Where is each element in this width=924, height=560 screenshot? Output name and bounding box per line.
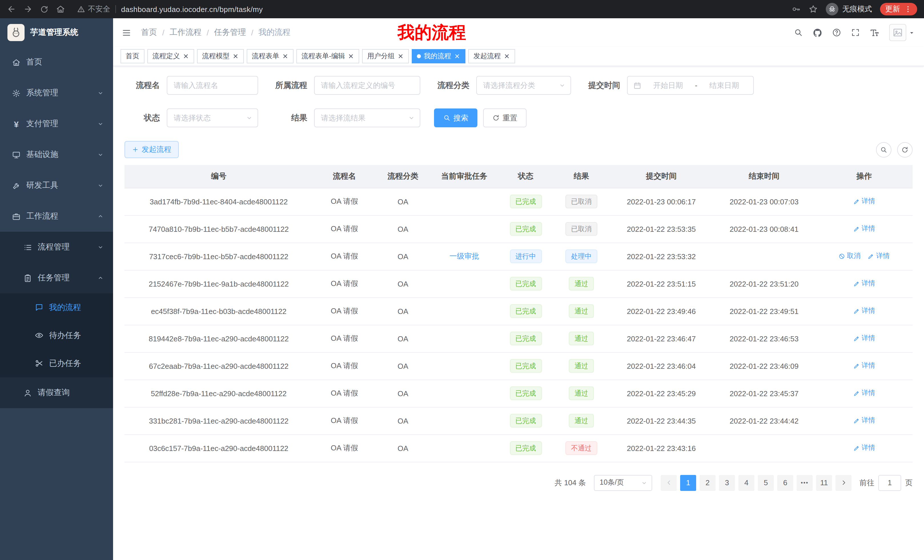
password-key-icon[interactable] <box>792 4 801 14</box>
start-date-placeholder[interactable]: 开始日期 <box>645 80 692 90</box>
close-icon[interactable] <box>183 53 189 59</box>
cell-end-time: 2022-01-22 23:44:42 <box>713 407 816 434</box>
col-header-status: 状态 <box>498 165 553 188</box>
cell-status: 已完成 <box>498 270 553 297</box>
page-size-select[interactable]: 10条/页 <box>594 475 652 491</box>
chevron-down-icon <box>246 114 253 121</box>
detail-link[interactable]: 详情 <box>853 416 875 425</box>
search-icon[interactable] <box>794 28 803 37</box>
filter-label: 所属流程 <box>272 80 307 90</box>
page-button-5[interactable]: 5 <box>758 475 774 491</box>
close-icon[interactable] <box>504 53 510 59</box>
current-task-link[interactable]: 一级审批 <box>449 252 479 260</box>
page-button-6[interactable]: 6 <box>777 475 793 491</box>
process-name-input[interactable] <box>167 76 258 95</box>
page-button-1[interactable]: 1 <box>680 475 696 491</box>
address-bar[interactable]: 不安全 dashboard.yudao.iocoder.cn/bpm/task/… <box>77 4 263 14</box>
sidebar-item-home[interactable]: 首页 <box>0 47 113 78</box>
close-icon[interactable] <box>454 53 460 59</box>
cell-actions: 详情 <box>816 325 913 352</box>
screen: 不安全 dashboard.yudao.iocoder.cn/bpm/task/… <box>0 0 924 560</box>
sidebar-item-process-management[interactable]: 流程管理 <box>0 232 113 263</box>
category-select[interactable]: 请选择流程分类 <box>476 76 571 95</box>
more-pages-button[interactable]: ••• <box>796 475 813 491</box>
browser-menu-icon[interactable] <box>904 5 912 13</box>
detail-link[interactable]: 详情 <box>853 443 875 453</box>
tag-process-definition[interactable]: 流程定义 <box>147 49 194 63</box>
tag-my-process[interactable]: 我的流程 <box>412 49 465 63</box>
close-icon[interactable] <box>232 53 239 59</box>
tag-user-group[interactable]: 用户分组 <box>362 49 409 63</box>
goto-page-input[interactable] <box>878 475 901 491</box>
col-header-actions: 操作 <box>816 165 913 188</box>
result-select[interactable]: 请选择流结果 <box>314 108 420 127</box>
browser-back-icon[interactable] <box>7 4 16 14</box>
cell-submit-time: 2022-01-22 23:53:32 <box>610 243 713 270</box>
tag-home[interactable]: 首页 <box>120 49 144 63</box>
sidebar-item-leave-query[interactable]: 请假查询 <box>0 377 113 408</box>
prev-page-button[interactable] <box>661 475 677 491</box>
breadcrumb-item-task-management[interactable]: 任务管理 <box>214 27 246 38</box>
sidebar-item-infra[interactable]: 基础设施 <box>0 139 113 170</box>
status-select[interactable]: 请选择状态 <box>167 108 258 127</box>
sidebar-item-workflow[interactable]: 工作流程 <box>0 201 113 232</box>
page-button-2[interactable]: 2 <box>700 475 716 491</box>
detail-link[interactable]: 详情 <box>853 334 875 343</box>
sidebar-item-todo-tasks[interactable]: 待办任务 <box>0 321 113 349</box>
filter-label: 流程分类 <box>434 80 470 90</box>
date-range-picker[interactable]: 开始日期 - 结束日期 <box>627 76 754 95</box>
sidebar-item-my-process[interactable]: 我的流程 <box>0 293 113 321</box>
detail-link[interactable]: 详情 <box>853 306 875 316</box>
user-avatar-menu[interactable] <box>889 24 915 41</box>
close-icon[interactable] <box>398 53 404 59</box>
detail-link[interactable]: 详情 <box>853 224 875 234</box>
sidebar-collapse-button[interactable] <box>122 28 131 37</box>
browser-forward-icon[interactable] <box>23 4 33 14</box>
breadcrumb-item-workflow[interactable]: 工作流程 <box>170 27 202 38</box>
bookmark-star-icon[interactable] <box>808 4 818 14</box>
page-button-4[interactable]: 4 <box>738 475 754 491</box>
cell-category: OA <box>376 407 430 434</box>
sidebar-item-task-management[interactable]: 任务管理 <box>0 263 113 293</box>
detail-link[interactable]: 详情 <box>853 361 875 371</box>
reset-button[interactable]: 重置 <box>483 108 526 127</box>
process-def-input[interactable] <box>314 76 420 95</box>
sidebar-item-system[interactable]: 系统管理 <box>0 78 113 108</box>
table-row: 2152467e-7b9b-11ec-9a1b-acde48001122 OA … <box>124 270 913 297</box>
cancel-link[interactable]: 取消 <box>838 252 861 261</box>
end-date-placeholder[interactable]: 结束日期 <box>701 80 747 90</box>
toggle-search-button[interactable] <box>876 142 891 157</box>
browser-home-icon[interactable] <box>56 4 65 14</box>
start-process-button[interactable]: 发起流程 <box>124 141 179 158</box>
page-button-11[interactable]: 11 <box>816 475 832 491</box>
browser-reload-icon[interactable] <box>40 5 48 13</box>
tag-process-model[interactable]: 流程模型 <box>197 49 244 63</box>
github-icon[interactable] <box>813 28 822 37</box>
sidebar-item-payment[interactable]: ¥ 支付管理 <box>0 108 113 139</box>
sidebar-item-devtools[interactable]: 研发工具 <box>0 170 113 201</box>
detail-link[interactable]: 详情 <box>853 197 875 207</box>
chevron-down-icon <box>97 120 104 127</box>
close-icon[interactable] <box>282 53 288 59</box>
cell-process-name: OA 请假 <box>313 243 376 270</box>
not-secure-warning[interactable]: 不安全 <box>77 4 110 14</box>
breadcrumb-item-home[interactable]: 首页 <box>141 27 157 38</box>
font-size-icon[interactable] <box>870 28 879 37</box>
sidebar-item-done-tasks[interactable]: 已办任务 <box>0 349 113 377</box>
browser-update-button[interactable]: 更新 <box>880 3 917 15</box>
refresh-table-button[interactable] <box>897 142 913 157</box>
detail-link[interactable]: 详情 <box>867 252 890 261</box>
tag-process-form-edit[interactable]: 流程表单-编辑 <box>296 49 359 63</box>
tag-start-process[interactable]: 发起流程 <box>468 49 515 63</box>
next-page-button[interactable] <box>836 475 852 491</box>
detail-link[interactable]: 详情 <box>853 388 875 398</box>
search-button[interactable]: 搜索 <box>434 108 477 127</box>
help-icon[interactable] <box>832 28 841 37</box>
close-icon[interactable] <box>348 53 354 59</box>
page-url[interactable]: dashboard.yudao.iocoder.cn/bpm/task/my <box>121 5 263 13</box>
tag-process-form[interactable]: 流程表单 <box>247 49 294 63</box>
fullscreen-icon[interactable] <box>851 28 860 37</box>
chevron-down-icon <box>408 114 415 121</box>
detail-link[interactable]: 详情 <box>853 279 875 289</box>
page-button-3[interactable]: 3 <box>719 475 735 491</box>
